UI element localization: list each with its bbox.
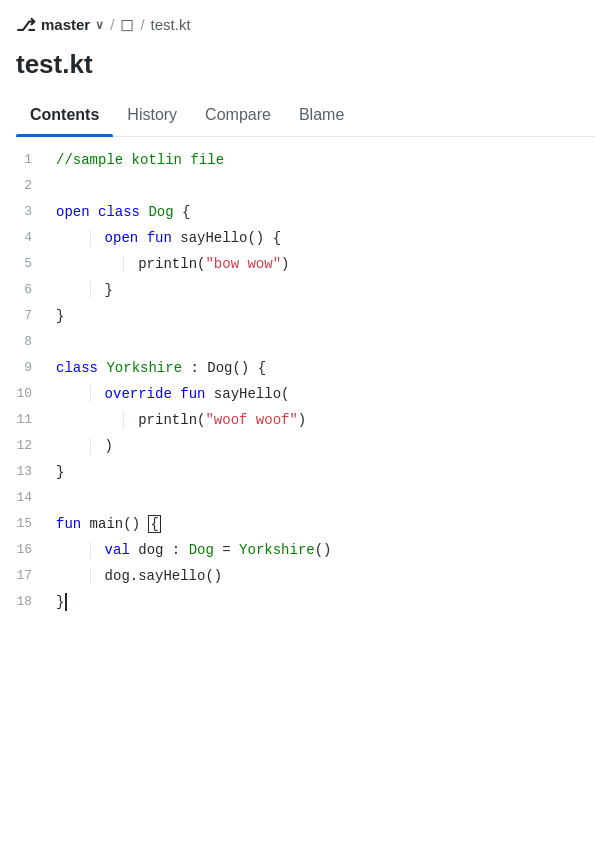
line-number: 1 <box>0 147 48 173</box>
line-number: 4 <box>0 225 48 251</box>
line-number: 3 <box>0 199 48 225</box>
line-content: } <box>48 589 611 615</box>
code-line-15: 15 fun main() { <box>0 511 611 537</box>
line-number: 9 <box>0 355 48 381</box>
code-viewer: 1 //sample kotlin file 2 3 open class Do… <box>0 137 611 625</box>
code-line-1: 1 //sample kotlin file <box>0 147 611 173</box>
code-line-10: 10 override fun sayHello( <box>0 381 611 407</box>
folder-icon: ◻ <box>120 14 134 35</box>
line-content: override fun sayHello( <box>48 381 611 407</box>
code-line-16: 16 val dog : Dog = Yorkshire() <box>0 537 611 563</box>
line-content: val dog : Dog = Yorkshire() <box>48 537 611 563</box>
line-number: 16 <box>0 537 48 563</box>
tab-history[interactable]: History <box>113 96 191 136</box>
line-content: open fun sayHello() { <box>48 225 611 251</box>
branch-selector[interactable]: ⎇ master ∨ <box>16 15 104 35</box>
line-number: 11 <box>0 407 48 433</box>
line-number: 18 <box>0 589 48 615</box>
code-line-6: 6 } <box>0 277 611 303</box>
line-number: 13 <box>0 459 48 485</box>
path-separator: / <box>110 16 114 33</box>
line-content: fun main() { <box>48 511 611 537</box>
file-name-breadcrumb: test.kt <box>151 16 191 33</box>
code-line-12: 12 ) <box>0 433 611 459</box>
code-line-3: 3 open class Dog { <box>0 199 611 225</box>
line-content: println("bow wow") <box>48 251 611 277</box>
line-number: 8 <box>0 329 48 355</box>
line-number: 10 <box>0 381 48 407</box>
code-line-14: 14 <box>0 485 611 511</box>
line-number: 15 <box>0 511 48 537</box>
tab-blame[interactable]: Blame <box>285 96 358 136</box>
line-content: println("woof woof") <box>48 407 611 433</box>
chevron-down-icon: ∨ <box>95 18 104 32</box>
page-title: test.kt <box>16 49 595 80</box>
line-number: 12 <box>0 433 48 459</box>
code-line-13: 13 } <box>0 459 611 485</box>
code-line-11: 11 println("woof woof") <box>0 407 611 433</box>
code-line-18: 18 } <box>0 589 611 615</box>
line-number: 14 <box>0 485 48 511</box>
code-line-5: 5 println("bow wow") <box>0 251 611 277</box>
code-line-7: 7 } <box>0 303 611 329</box>
line-content: dog.sayHello() <box>48 563 611 589</box>
line-content: //sample kotlin file <box>48 147 611 173</box>
line-number: 6 <box>0 277 48 303</box>
line-content: class Yorkshire : Dog() { <box>48 355 611 381</box>
tab-contents[interactable]: Contents <box>16 96 113 136</box>
branch-icon: ⎇ <box>16 15 36 35</box>
line-content: ) <box>48 433 611 459</box>
page-header: ⎇ master ∨ / ◻ / test.kt test.kt Content… <box>0 0 611 137</box>
branch-name: master <box>41 16 90 33</box>
line-content: } <box>48 303 611 329</box>
path-separator-2: / <box>140 16 144 33</box>
code-line-2: 2 <box>0 173 611 199</box>
line-content: open class Dog { <box>48 199 611 225</box>
code-line-4: 4 open fun sayHello() { <box>0 225 611 251</box>
code-line-8: 8 <box>0 329 611 355</box>
code-line-9: 9 class Yorkshire : Dog() { <box>0 355 611 381</box>
tab-bar: Contents History Compare Blame <box>16 96 595 137</box>
line-number: 7 <box>0 303 48 329</box>
line-content: } <box>48 277 611 303</box>
line-content: } <box>48 459 611 485</box>
line-number: 2 <box>0 173 48 199</box>
breadcrumb: ⎇ master ∨ / ◻ / test.kt <box>16 14 595 35</box>
line-number: 17 <box>0 563 48 589</box>
line-number: 5 <box>0 251 48 277</box>
tab-compare[interactable]: Compare <box>191 96 285 136</box>
code-line-17: 17 dog.sayHello() <box>0 563 611 589</box>
